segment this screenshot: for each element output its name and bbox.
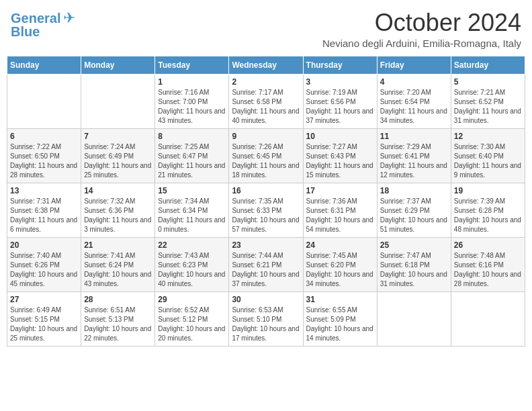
calendar-cell: 29Sunrise: 6:52 AMSunset: 5:12 PMDayligh… bbox=[155, 291, 229, 346]
weekday-header-saturday: Saturday bbox=[451, 56, 525, 74]
logo-line2: Blue bbox=[11, 24, 40, 39]
calendar-cell: 27Sunrise: 6:49 AMSunset: 5:15 PMDayligh… bbox=[7, 291, 81, 346]
day-number: 8 bbox=[158, 132, 226, 141]
title-block: October 2024 Neviano degli Arduini, Emil… bbox=[322, 9, 521, 49]
day-number: 29 bbox=[158, 295, 226, 304]
day-number: 7 bbox=[84, 132, 152, 141]
calendar-cell bbox=[377, 291, 451, 346]
calendar-cell: 12Sunrise: 7:30 AMSunset: 6:40 PMDayligh… bbox=[451, 128, 525, 183]
day-number: 15 bbox=[158, 186, 226, 195]
calendar-cell: 3Sunrise: 7:19 AMSunset: 6:56 PMDaylight… bbox=[303, 74, 377, 128]
calendar-cell: 16Sunrise: 7:35 AMSunset: 6:33 PMDayligh… bbox=[229, 183, 303, 237]
day-number: 9 bbox=[232, 132, 300, 141]
logo-text: General bbox=[11, 11, 60, 26]
day-info: Sunrise: 7:16 AMSunset: 7:00 PMDaylight:… bbox=[158, 88, 226, 126]
month-title: October 2024 bbox=[322, 9, 521, 36]
day-info: Sunrise: 7:41 AMSunset: 6:24 PMDaylight:… bbox=[84, 251, 152, 289]
calendar-cell: 13Sunrise: 7:31 AMSunset: 6:38 PMDayligh… bbox=[7, 183, 81, 237]
calendar-cell bbox=[451, 291, 525, 346]
calendar-cell: 28Sunrise: 6:51 AMSunset: 5:13 PMDayligh… bbox=[81, 291, 155, 346]
day-number: 25 bbox=[380, 240, 448, 250]
day-info: Sunrise: 7:36 AMSunset: 6:31 PMDaylight:… bbox=[306, 197, 374, 234]
day-info: Sunrise: 7:31 AMSunset: 6:38 PMDaylight:… bbox=[10, 197, 78, 234]
day-number: 22 bbox=[158, 240, 226, 250]
day-number: 23 bbox=[232, 240, 300, 250]
day-info: Sunrise: 7:26 AMSunset: 6:45 PMDaylight:… bbox=[232, 142, 300, 180]
day-number: 21 bbox=[84, 240, 152, 250]
calendar-cell: 9Sunrise: 7:26 AMSunset: 6:45 PMDaylight… bbox=[229, 128, 303, 183]
weekday-header-tuesday: Tuesday bbox=[155, 56, 229, 74]
calendar-week-5: 27Sunrise: 6:49 AMSunset: 5:15 PMDayligh… bbox=[7, 291, 525, 346]
calendar-cell: 4Sunrise: 7:20 AMSunset: 6:54 PMDaylight… bbox=[377, 74, 451, 128]
day-info: Sunrise: 7:19 AMSunset: 6:56 PMDaylight:… bbox=[306, 88, 374, 126]
calendar-table: SundayMondayTuesdayWednesdayThursdayFrid… bbox=[7, 56, 525, 347]
day-info: Sunrise: 7:17 AMSunset: 6:58 PMDaylight:… bbox=[232, 88, 300, 126]
calendar-week-3: 13Sunrise: 7:31 AMSunset: 6:38 PMDayligh… bbox=[7, 183, 525, 237]
calendar-cell: 8Sunrise: 7:25 AMSunset: 6:47 PMDaylight… bbox=[155, 128, 229, 183]
day-number: 18 bbox=[380, 186, 448, 195]
calendar-cell: 10Sunrise: 7:27 AMSunset: 6:43 PMDayligh… bbox=[303, 128, 377, 183]
day-number: 1 bbox=[158, 77, 226, 87]
day-number: 24 bbox=[306, 240, 374, 250]
weekday-header-wednesday: Wednesday bbox=[229, 56, 303, 74]
calendar-cell: 11Sunrise: 7:29 AMSunset: 6:41 PMDayligh… bbox=[377, 128, 451, 183]
weekday-header-monday: Monday bbox=[81, 56, 155, 74]
day-info: Sunrise: 7:34 AMSunset: 6:34 PMDaylight:… bbox=[158, 197, 226, 234]
location-title: Neviano degli Arduini, Emilia-Romagna, I… bbox=[322, 38, 521, 49]
day-info: Sunrise: 7:45 AMSunset: 6:20 PMDaylight:… bbox=[306, 251, 374, 289]
weekday-header-thursday: Thursday bbox=[303, 56, 377, 74]
calendar-cell: 23Sunrise: 7:44 AMSunset: 6:21 PMDayligh… bbox=[229, 237, 303, 291]
calendar-cell: 2Sunrise: 7:17 AMSunset: 6:58 PMDaylight… bbox=[229, 74, 303, 128]
calendar-cell: 30Sunrise: 6:53 AMSunset: 5:10 PMDayligh… bbox=[229, 291, 303, 346]
calendar-week-1: 1Sunrise: 7:16 AMSunset: 7:00 PMDaylight… bbox=[7, 74, 525, 128]
day-info: Sunrise: 7:39 AMSunset: 6:28 PMDaylight:… bbox=[454, 197, 522, 234]
calendar-week-4: 20Sunrise: 7:40 AMSunset: 6:26 PMDayligh… bbox=[7, 237, 525, 291]
day-number: 6 bbox=[10, 132, 78, 141]
day-info: Sunrise: 7:25 AMSunset: 6:47 PMDaylight:… bbox=[158, 142, 226, 180]
day-number: 20 bbox=[10, 240, 78, 250]
day-info: Sunrise: 6:52 AMSunset: 5:12 PMDaylight:… bbox=[158, 306, 226, 343]
day-number: 12 bbox=[454, 132, 522, 141]
calendar-cell: 19Sunrise: 7:39 AMSunset: 6:28 PMDayligh… bbox=[451, 183, 525, 237]
day-info: Sunrise: 7:29 AMSunset: 6:41 PMDaylight:… bbox=[380, 142, 448, 180]
calendar-cell: 17Sunrise: 7:36 AMSunset: 6:31 PMDayligh… bbox=[303, 183, 377, 237]
day-info: Sunrise: 7:35 AMSunset: 6:33 PMDaylight:… bbox=[232, 197, 300, 234]
day-number: 27 bbox=[10, 295, 78, 304]
day-info: Sunrise: 7:32 AMSunset: 6:36 PMDaylight:… bbox=[84, 197, 152, 234]
weekday-header-sunday: Sunday bbox=[7, 56, 81, 74]
day-number: 11 bbox=[380, 132, 448, 141]
day-number: 5 bbox=[454, 77, 522, 87]
day-info: Sunrise: 6:49 AMSunset: 5:15 PMDaylight:… bbox=[10, 306, 78, 343]
day-info: Sunrise: 7:20 AMSunset: 6:54 PMDaylight:… bbox=[380, 88, 448, 126]
day-number: 17 bbox=[306, 186, 374, 195]
page-header: General ✈ Blue October 2024 Neviano degl… bbox=[7, 7, 525, 52]
day-info: Sunrise: 6:53 AMSunset: 5:10 PMDaylight:… bbox=[232, 306, 300, 343]
calendar-cell: 24Sunrise: 7:45 AMSunset: 6:20 PMDayligh… bbox=[303, 237, 377, 291]
day-number: 31 bbox=[306, 295, 374, 304]
day-info: Sunrise: 7:21 AMSunset: 6:52 PMDaylight:… bbox=[454, 88, 522, 126]
day-info: Sunrise: 7:44 AMSunset: 6:21 PMDaylight:… bbox=[232, 251, 300, 289]
calendar-cell: 26Sunrise: 7:48 AMSunset: 6:16 PMDayligh… bbox=[451, 237, 525, 291]
calendar-cell: 20Sunrise: 7:40 AMSunset: 6:26 PMDayligh… bbox=[7, 237, 81, 291]
day-number: 14 bbox=[84, 186, 152, 195]
calendar-cell: 15Sunrise: 7:34 AMSunset: 6:34 PMDayligh… bbox=[155, 183, 229, 237]
logo-bird-icon: ✈ bbox=[63, 9, 75, 27]
day-info: Sunrise: 7:47 AMSunset: 6:18 PMDaylight:… bbox=[380, 251, 448, 289]
day-number: 19 bbox=[454, 186, 522, 195]
day-number: 10 bbox=[306, 132, 374, 141]
day-info: Sunrise: 7:40 AMSunset: 6:26 PMDaylight:… bbox=[10, 251, 78, 289]
weekday-header-row: SundayMondayTuesdayWednesdayThursdayFrid… bbox=[7, 56, 525, 74]
day-info: Sunrise: 6:55 AMSunset: 5:09 PMDaylight:… bbox=[306, 306, 374, 343]
calendar-cell: 6Sunrise: 7:22 AMSunset: 6:50 PMDaylight… bbox=[7, 128, 81, 183]
calendar-cell: 25Sunrise: 7:47 AMSunset: 6:18 PMDayligh… bbox=[377, 237, 451, 291]
day-info: Sunrise: 7:27 AMSunset: 6:43 PMDaylight:… bbox=[306, 142, 374, 180]
day-info: Sunrise: 7:43 AMSunset: 6:23 PMDaylight:… bbox=[158, 251, 226, 289]
calendar-cell bbox=[81, 74, 155, 128]
logo: General ✈ Blue bbox=[11, 9, 75, 39]
day-number: 4 bbox=[380, 77, 448, 87]
calendar-cell: 31Sunrise: 6:55 AMSunset: 5:09 PMDayligh… bbox=[303, 291, 377, 346]
day-number: 16 bbox=[232, 186, 300, 195]
day-info: Sunrise: 7:37 AMSunset: 6:29 PMDaylight:… bbox=[380, 197, 448, 234]
calendar-cell: 7Sunrise: 7:24 AMSunset: 6:49 PMDaylight… bbox=[81, 128, 155, 183]
calendar-week-2: 6Sunrise: 7:22 AMSunset: 6:50 PMDaylight… bbox=[7, 128, 525, 183]
